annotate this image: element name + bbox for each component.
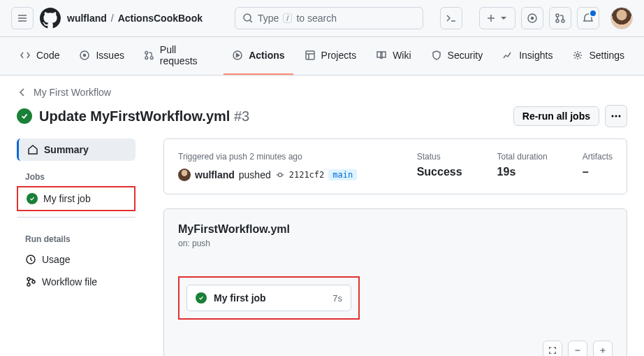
- tab-pull-requests[interactable]: Pull requests: [136, 37, 221, 75]
- search-input[interactable]: Type / to search: [235, 7, 423, 29]
- svg-point-23: [612, 115, 614, 118]
- job-success-icon: [27, 193, 38, 204]
- breadcrumb: wulfland / ActionsCookBook: [67, 13, 203, 24]
- repo-owner-link[interactable]: wulfland: [67, 13, 107, 24]
- tab-security[interactable]: Security: [423, 37, 492, 75]
- sidebar: Summary Jobs My first job Run details Us…: [17, 138, 136, 293]
- job-box-success-icon: [196, 292, 207, 304]
- svg-point-16: [145, 57, 148, 59]
- svg-point-3: [244, 14, 251, 21]
- sidebar-workflow-file[interactable]: Workflow file: [17, 271, 136, 293]
- rerun-all-jobs-button[interactable]: Re-run all jobs: [513, 106, 599, 126]
- tab-settings[interactable]: Settings: [564, 37, 633, 75]
- svg-point-12: [562, 20, 564, 22]
- svg-point-14: [84, 55, 86, 57]
- page-title: Update MyFirstWorkflow.yml #3: [39, 108, 249, 124]
- issues-icon[interactable]: [521, 7, 543, 29]
- zoom-in-button[interactable]: [593, 341, 613, 356]
- fullscreen-button[interactable]: [543, 341, 562, 356]
- search-placeholder-after: to search: [296, 13, 337, 24]
- tab-projects[interactable]: Projects: [296, 37, 365, 75]
- top-header: wulfland / ActionsCookBook Type / to sea…: [0, 0, 644, 37]
- job-box-name: My first job: [214, 292, 325, 304]
- job-box-my-first-job[interactable]: My first job 7s: [186, 285, 351, 311]
- svg-point-15: [145, 51, 148, 54]
- job-highlight-wrap: My first job 7s: [178, 276, 360, 320]
- sidebar-usage[interactable]: Usage: [17, 248, 136, 271]
- svg-point-22: [576, 54, 579, 57]
- command-palette-button[interactable]: [440, 7, 462, 29]
- repo-tabs: Code Issues Pull requests Actions Projec…: [0, 37, 644, 76]
- workflow-graph-card: MyFirstWorkflow.yml on: push My first jo…: [163, 208, 627, 356]
- tab-issues[interactable]: Issues: [71, 37, 132, 75]
- job-box-duration: 7s: [332, 293, 342, 304]
- commit-sha[interactable]: 2121cf2: [289, 170, 325, 180]
- commit-icon: [275, 170, 285, 180]
- status-value: Success: [417, 166, 462, 178]
- trigger-action: pushed: [239, 169, 271, 180]
- tab-code[interactable]: Code: [11, 37, 68, 75]
- branch-badge[interactable]: main: [328, 169, 357, 180]
- zoom-out-button[interactable]: [568, 341, 587, 356]
- sidebar-job-my-first-job[interactable]: My first job: [17, 186, 136, 211]
- svg-point-17: [150, 57, 153, 59]
- back-to-workflow-link[interactable]: My First Workflow: [17, 87, 627, 98]
- duration-label: Total duration: [497, 152, 548, 162]
- tab-insights[interactable]: Insights: [494, 37, 561, 75]
- svg-point-10: [556, 14, 559, 17]
- main-panel: Triggered via push 2 minutes ago wulflan…: [163, 138, 627, 356]
- sidebar-run-details-header: Run details: [17, 223, 136, 248]
- run-summary-card: Triggered via push 2 minutes ago wulflan…: [163, 138, 627, 194]
- sidebar-jobs-header: Jobs: [17, 161, 136, 186]
- search-slash-kbd: /: [283, 13, 292, 23]
- svg-line-4: [250, 20, 252, 22]
- workflow-trigger-info: on: push: [178, 238, 613, 248]
- breadcrumb-separator: /: [111, 13, 114, 24]
- pull-requests-icon[interactable]: [549, 7, 571, 29]
- run-title-row: Update MyFirstWorkflow.yml #3 Re-run all…: [17, 105, 627, 127]
- repo-name-link[interactable]: ActionsCookBook: [118, 13, 203, 24]
- svg-point-25: [619, 115, 621, 118]
- svg-point-11: [556, 20, 559, 22]
- sidebar-summary[interactable]: Summary: [19, 138, 136, 161]
- duration-value: 19s: [497, 166, 548, 178]
- svg-point-30: [278, 173, 281, 176]
- search-placeholder-before: Type: [258, 13, 279, 24]
- tab-wiki[interactable]: Wiki: [367, 37, 419, 75]
- success-check-icon: [17, 108, 32, 124]
- workflow-file-name: MyFirstWorkflow.yml: [178, 223, 613, 236]
- artifacts-label: Artifacts: [583, 152, 613, 162]
- github-logo-icon[interactable]: [39, 7, 61, 29]
- artifacts-value: –: [583, 166, 613, 178]
- notifications-button[interactable]: [577, 7, 599, 29]
- user-avatar[interactable]: [610, 7, 633, 29]
- hamburger-menu-button[interactable]: [11, 7, 34, 29]
- svg-point-27: [27, 278, 30, 280]
- triggered-label: Triggered via push 2 minutes ago: [178, 152, 382, 162]
- svg-point-28: [27, 283, 30, 286]
- actor-avatar[interactable]: [178, 169, 191, 181]
- svg-point-9: [532, 17, 534, 20]
- status-label: Status: [417, 152, 462, 162]
- actor-name[interactable]: wulfland: [195, 169, 235, 180]
- more-actions-button[interactable]: [605, 105, 627, 127]
- svg-rect-19: [306, 51, 314, 59]
- svg-point-24: [615, 115, 617, 118]
- create-new-button[interactable]: [479, 7, 515, 29]
- tab-actions[interactable]: Actions: [224, 37, 293, 75]
- run-number: #3: [234, 108, 249, 124]
